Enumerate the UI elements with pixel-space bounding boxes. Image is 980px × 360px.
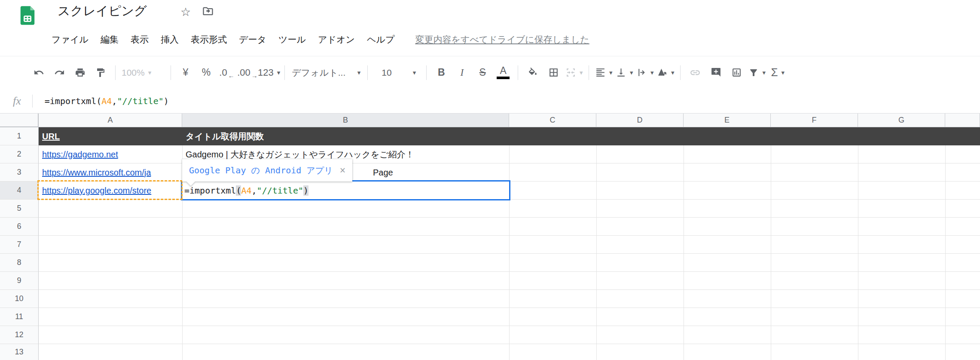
- italic-button[interactable]: I: [452, 62, 472, 83]
- format-percent-button[interactable]: %: [196, 62, 217, 83]
- column-header-a[interactable]: A: [39, 114, 182, 127]
- cell-a1[interactable]: URL: [39, 127, 182, 145]
- arrow-right-icon: →: [251, 72, 258, 79]
- chevron-down-icon: ▾: [650, 69, 654, 77]
- text-color-button[interactable]: A: [493, 62, 513, 83]
- comment-icon: [711, 67, 721, 78]
- cell-b3[interactable]: Page: [369, 163, 509, 182]
- horizontal-align-button[interactable]: ▾: [593, 62, 614, 83]
- formula-input[interactable]: =importxml(A4,"//title"): [45, 96, 169, 106]
- merge-cells-button[interactable]: ▾: [564, 62, 584, 83]
- cell-b1[interactable]: タイトル取得用関数: [182, 127, 509, 145]
- link-icon: [690, 67, 701, 78]
- star-icon[interactable]: ☆: [180, 6, 191, 18]
- insert-comment-button[interactable]: [705, 62, 726, 83]
- cell-a3[interactable]: https://www.microsoft.com/ja: [39, 163, 182, 182]
- vertical-align-bottom-icon: [616, 67, 626, 78]
- row-header-13[interactable]: 13: [0, 344, 39, 360]
- column-header-h-partial[interactable]: [945, 114, 980, 127]
- row-header-11[interactable]: 11: [0, 308, 39, 326]
- gridline: [39, 235, 980, 236]
- sheets-logo-icon[interactable]: [16, 4, 39, 27]
- menu-edit[interactable]: 編集: [95, 34, 125, 46]
- row-header-2[interactable]: 2: [0, 145, 39, 163]
- column-header-c[interactable]: C: [509, 114, 596, 127]
- row-header-6[interactable]: 6: [0, 218, 39, 236]
- move-to-folder-icon[interactable]: [202, 5, 214, 19]
- cell-a2[interactable]: https://gadgemo.net: [39, 145, 182, 163]
- menu-format[interactable]: 表示形式: [185, 34, 233, 46]
- cell-b4-edit[interactable]: =importxml(A4,"//title"): [181, 180, 510, 200]
- menu-tools[interactable]: ツール: [272, 34, 312, 46]
- print-button[interactable]: [70, 62, 90, 83]
- row-header-1[interactable]: 1: [0, 127, 39, 145]
- paint-format-button[interactable]: [90, 62, 111, 83]
- text-rotation-button[interactable]: ▾: [655, 62, 676, 83]
- chevron-down-icon: ▾: [630, 69, 633, 77]
- gridline: [39, 308, 980, 308]
- menu-insert[interactable]: 挿入: [155, 34, 185, 46]
- align-left-icon: [595, 67, 606, 78]
- row-header-4[interactable]: 4: [0, 182, 39, 200]
- fill-color-button[interactable]: [522, 62, 543, 83]
- menu-help[interactable]: ヘルプ: [361, 34, 400, 46]
- decrease-decimal-button[interactable]: .0←: [217, 62, 237, 83]
- formula-range-highlight-a4: [37, 180, 183, 200]
- format-currency-button[interactable]: ¥: [175, 62, 196, 83]
- strikethrough-button[interactable]: S: [472, 62, 493, 83]
- close-icon[interactable]: ×: [340, 165, 345, 176]
- text-wrap-button[interactable]: ▾: [635, 62, 655, 83]
- insert-chart-button[interactable]: [726, 62, 747, 83]
- vertical-align-button[interactable]: ▾: [614, 62, 635, 83]
- text-wrap-icon: [636, 67, 647, 78]
- zoom-select[interactable]: 100%▾: [120, 62, 166, 83]
- row-header-7[interactable]: 7: [0, 236, 39, 254]
- menu-addons[interactable]: アドオン: [312, 34, 361, 46]
- filter-button[interactable]: ▾: [747, 62, 767, 83]
- font-select[interactable]: デフォルト...▾: [289, 62, 363, 83]
- redo-button[interactable]: [49, 62, 70, 83]
- insert-link-button[interactable]: [685, 62, 705, 83]
- gridline: [39, 271, 980, 272]
- undo-icon: [34, 67, 44, 78]
- filter-icon: [748, 68, 759, 78]
- merge-cells-icon: [565, 67, 576, 78]
- menu-data[interactable]: データ: [233, 34, 272, 46]
- row-header-12[interactable]: 12: [0, 326, 39, 344]
- toolbar-divider: [426, 65, 427, 80]
- text-rotation-icon: [657, 67, 668, 78]
- row-header-10[interactable]: 10: [0, 290, 39, 308]
- undo-button[interactable]: [28, 62, 49, 83]
- row-header-8[interactable]: 8: [0, 254, 39, 272]
- gridline: [509, 127, 510, 360]
- column-header-d[interactable]: D: [596, 114, 684, 127]
- gridline: [858, 127, 858, 360]
- bold-button[interactable]: B: [431, 62, 452, 83]
- functions-button[interactable]: Σ▾: [767, 62, 788, 83]
- formula-result-text: Google Play の Android アプリ: [189, 165, 333, 176]
- increase-decimal-button[interactable]: .00→: [237, 62, 258, 83]
- chart-icon: [731, 67, 742, 78]
- number-format-button[interactable]: 123▾: [258, 62, 280, 83]
- column-header-b[interactable]: B: [182, 114, 509, 127]
- column-header-e[interactable]: E: [684, 114, 771, 127]
- row-header-9[interactable]: 9: [0, 272, 39, 290]
- save-status[interactable]: 変更内容をすべてドライブに保存しました: [415, 34, 589, 46]
- column-header-g[interactable]: G: [858, 114, 945, 127]
- column-header-f[interactable]: F: [771, 114, 858, 127]
- formula-bar[interactable]: fx =importxml(A4,"//title"): [0, 89, 980, 114]
- row-header-3[interactable]: 3: [0, 163, 39, 182]
- toolbar-divider: [284, 65, 285, 80]
- select-all-corner[interactable]: [0, 114, 39, 127]
- chevron-down-icon: ▾: [580, 69, 583, 77]
- row-header-5[interactable]: 5: [0, 200, 39, 218]
- document-title[interactable]: スクレイピング: [58, 3, 147, 20]
- menu-view[interactable]: 表示: [125, 34, 155, 46]
- gridline: [39, 344, 980, 344]
- gridline: [684, 127, 684, 360]
- toolbar-divider: [171, 65, 171, 80]
- borders-button[interactable]: [543, 62, 564, 83]
- chevron-down-icon: ▾: [671, 69, 675, 77]
- menu-file[interactable]: ファイル: [52, 34, 95, 46]
- font-size-select[interactable]: 10▾: [372, 62, 422, 83]
